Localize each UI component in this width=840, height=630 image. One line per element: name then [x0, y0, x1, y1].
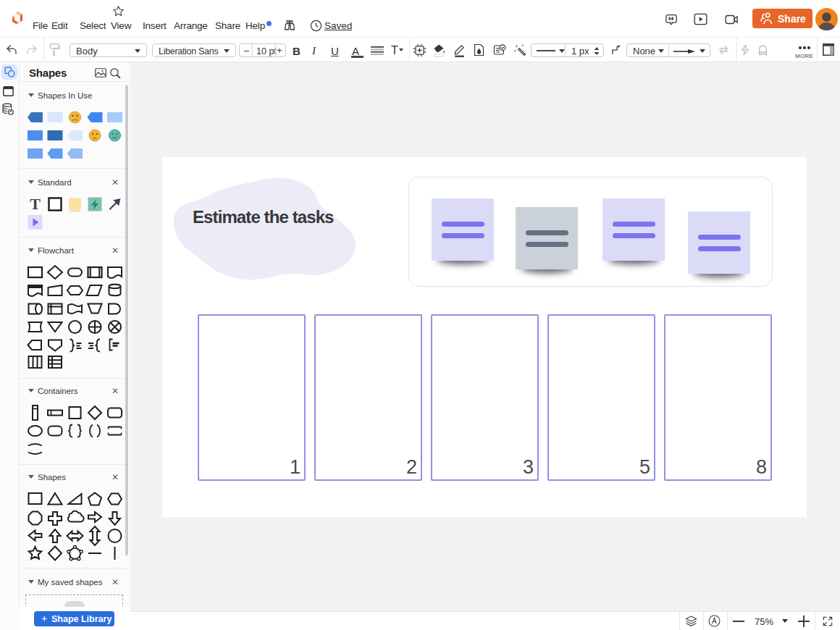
- svg-text:T: T: [30, 195, 41, 213]
